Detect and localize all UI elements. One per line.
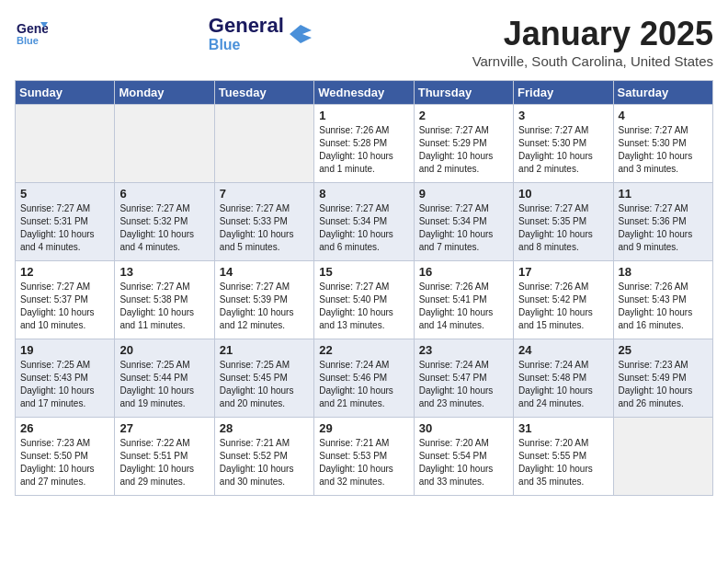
location: Varnville, South Carolina, United States [472, 53, 713, 69]
calendar-cell: 16Sunrise: 7:26 AM Sunset: 5:41 PM Dayli… [414, 261, 513, 339]
svg-marker-3 [290, 25, 312, 43]
day-info: Sunrise: 7:25 AM Sunset: 5:45 PM Dayligh… [220, 359, 309, 410]
day-info: Sunrise: 7:21 AM Sunset: 5:52 PM Dayligh… [220, 437, 309, 488]
weekday-header-friday: Friday [514, 81, 613, 105]
day-info: Sunrise: 7:21 AM Sunset: 5:53 PM Dayligh… [319, 437, 408, 488]
calendar-cell: 18Sunrise: 7:26 AM Sunset: 5:43 PM Dayli… [613, 261, 712, 339]
day-number: 27 [119, 421, 209, 435]
day-number: 12 [20, 265, 109, 279]
calendar-cell: 4Sunrise: 7:27 AM Sunset: 5:30 PM Daylig… [613, 105, 712, 183]
day-number: 29 [319, 421, 408, 435]
calendar-cell: 25Sunrise: 7:23 AM Sunset: 5:49 PM Dayli… [613, 339, 712, 418]
page-header: General Blue General Blue January 2025 V… [15, 15, 713, 69]
day-info: Sunrise: 7:27 AM Sunset: 5:32 PM Dayligh… [119, 202, 209, 254]
day-info: Sunrise: 7:24 AM Sunset: 5:48 PM Dayligh… [518, 359, 608, 410]
calendar-cell: 27Sunrise: 7:22 AM Sunset: 5:51 PM Dayli… [115, 418, 214, 496]
day-info: Sunrise: 7:27 AM Sunset: 5:34 PM Dayligh… [319, 202, 408, 254]
day-info: Sunrise: 7:20 AM Sunset: 5:54 PM Dayligh… [419, 437, 508, 488]
calendar-cell: 31Sunrise: 7:20 AM Sunset: 5:55 PM Dayli… [514, 418, 613, 496]
calendar-cell: 19Sunrise: 7:25 AM Sunset: 5:43 PM Dayli… [16, 339, 115, 418]
day-info: Sunrise: 7:27 AM Sunset: 5:34 PM Dayligh… [419, 202, 508, 254]
day-number: 3 [518, 109, 608, 122]
day-info: Sunrise: 7:26 AM Sunset: 5:41 PM Dayligh… [419, 281, 508, 332]
calendar-cell: 30Sunrise: 7:20 AM Sunset: 5:54 PM Dayli… [414, 418, 513, 496]
calendar-cell: 2Sunrise: 7:27 AM Sunset: 5:29 PM Daylig… [414, 105, 513, 183]
day-number: 24 [518, 343, 608, 357]
logo-icon: General Blue [15, 15, 48, 48]
calendar-cell: 11Sunrise: 7:27 AM Sunset: 5:36 PM Dayli… [613, 183, 712, 261]
logo-blue-text: Blue [209, 37, 241, 53]
calendar-cell: 14Sunrise: 7:27 AM Sunset: 5:39 PM Dayli… [214, 261, 313, 339]
day-info: Sunrise: 7:27 AM Sunset: 5:33 PM Dayligh… [220, 202, 309, 254]
calendar-cell: 13Sunrise: 7:27 AM Sunset: 5:38 PM Dayli… [115, 261, 214, 339]
calendar-cell: 23Sunrise: 7:24 AM Sunset: 5:47 PM Dayli… [414, 339, 513, 418]
day-info: Sunrise: 7:24 AM Sunset: 5:47 PM Dayligh… [419, 359, 508, 410]
day-info: Sunrise: 7:27 AM Sunset: 5:38 PM Dayligh… [119, 281, 209, 332]
day-number: 28 [220, 421, 309, 435]
day-info: Sunrise: 7:27 AM Sunset: 5:30 PM Dayligh… [518, 124, 608, 176]
calendar-cell: 15Sunrise: 7:27 AM Sunset: 5:40 PM Dayli… [314, 261, 414, 339]
day-info: Sunrise: 7:27 AM Sunset: 5:29 PM Dayligh… [419, 124, 508, 176]
day-number: 14 [220, 265, 309, 279]
calendar-cell [16, 105, 115, 183]
day-number: 17 [518, 265, 608, 279]
day-number: 1 [319, 109, 408, 122]
day-number: 31 [518, 421, 608, 435]
logo-bird-icon [290, 25, 312, 43]
month-title: January 2025 [472, 15, 713, 53]
day-info: Sunrise: 7:26 AM Sunset: 5:28 PM Dayligh… [319, 124, 408, 176]
calendar-week-row-2: 5Sunrise: 7:27 AM Sunset: 5:31 PM Daylig… [16, 183, 713, 261]
day-info: Sunrise: 7:23 AM Sunset: 5:50 PM Dayligh… [20, 437, 109, 488]
weekday-header-tuesday: Tuesday [214, 81, 313, 105]
weekday-header-saturday: Saturday [613, 81, 712, 105]
day-number: 25 [619, 343, 708, 357]
day-number: 10 [518, 187, 608, 201]
day-info: Sunrise: 7:24 AM Sunset: 5:46 PM Dayligh… [319, 359, 408, 410]
calendar-cell: 9Sunrise: 7:27 AM Sunset: 5:34 PM Daylig… [414, 183, 513, 261]
calendar-cell: 26Sunrise: 7:23 AM Sunset: 5:50 PM Dayli… [16, 418, 115, 496]
day-number: 5 [20, 187, 109, 201]
calendar-cell: 7Sunrise: 7:27 AM Sunset: 5:33 PM Daylig… [214, 183, 313, 261]
day-number: 16 [419, 265, 508, 279]
calendar-cell: 8Sunrise: 7:27 AM Sunset: 5:34 PM Daylig… [314, 183, 414, 261]
day-info: Sunrise: 7:23 AM Sunset: 5:49 PM Dayligh… [619, 359, 708, 410]
day-number: 4 [619, 109, 708, 122]
day-number: 6 [119, 187, 209, 201]
calendar-cell: 10Sunrise: 7:27 AM Sunset: 5:35 PM Dayli… [514, 183, 613, 261]
calendar-cell: 12Sunrise: 7:27 AM Sunset: 5:37 PM Dayli… [16, 261, 115, 339]
calendar-week-row-3: 12Sunrise: 7:27 AM Sunset: 5:37 PM Dayli… [16, 261, 713, 339]
calendar-week-row-4: 19Sunrise: 7:25 AM Sunset: 5:43 PM Dayli… [16, 339, 713, 418]
calendar-cell: 3Sunrise: 7:27 AM Sunset: 5:30 PM Daylig… [514, 105, 613, 183]
day-number: 7 [220, 187, 309, 201]
calendar-cell: 5Sunrise: 7:27 AM Sunset: 5:31 PM Daylig… [16, 183, 115, 261]
day-info: Sunrise: 7:27 AM Sunset: 5:31 PM Dayligh… [20, 202, 109, 254]
calendar-week-row-1: 1Sunrise: 7:26 AM Sunset: 5:28 PM Daylig… [16, 105, 713, 183]
calendar-cell: 22Sunrise: 7:24 AM Sunset: 5:46 PM Dayli… [314, 339, 414, 418]
day-info: Sunrise: 7:27 AM Sunset: 5:30 PM Dayligh… [619, 124, 708, 176]
calendar-cell: 1Sunrise: 7:26 AM Sunset: 5:28 PM Daylig… [314, 105, 414, 183]
calendar-cell [613, 418, 712, 496]
day-info: Sunrise: 7:27 AM Sunset: 5:35 PM Dayligh… [518, 202, 608, 254]
title-block: January 2025 Varnville, South Carolina, … [472, 15, 713, 69]
calendar-cell [115, 105, 214, 183]
weekday-header-sunday: Sunday [16, 81, 115, 105]
day-number: 21 [220, 343, 309, 357]
day-number: 9 [419, 187, 508, 201]
day-number: 22 [319, 343, 408, 357]
calendar-cell: 20Sunrise: 7:25 AM Sunset: 5:44 PM Dayli… [115, 339, 214, 418]
day-number: 11 [619, 187, 708, 201]
day-info: Sunrise: 7:27 AM Sunset: 5:36 PM Dayligh… [619, 202, 708, 254]
day-info: Sunrise: 7:27 AM Sunset: 5:40 PM Dayligh… [319, 281, 408, 332]
day-info: Sunrise: 7:27 AM Sunset: 5:37 PM Dayligh… [20, 281, 109, 332]
day-info: Sunrise: 7:26 AM Sunset: 5:42 PM Dayligh… [518, 281, 608, 332]
weekday-header-monday: Monday [115, 81, 214, 105]
calendar-cell: 24Sunrise: 7:24 AM Sunset: 5:48 PM Dayli… [514, 339, 613, 418]
day-info: Sunrise: 7:25 AM Sunset: 5:43 PM Dayligh… [20, 359, 109, 410]
day-number: 19 [20, 343, 109, 357]
calendar-cell: 28Sunrise: 7:21 AM Sunset: 5:52 PM Dayli… [214, 418, 313, 496]
day-number: 8 [319, 187, 408, 201]
day-number: 26 [20, 421, 109, 435]
calendar-cell: 6Sunrise: 7:27 AM Sunset: 5:32 PM Daylig… [115, 183, 214, 261]
calendar-table: SundayMondayTuesdayWednesdayThursdayFrid… [15, 80, 713, 496]
calendar-cell: 17Sunrise: 7:26 AM Sunset: 5:42 PM Dayli… [514, 261, 613, 339]
